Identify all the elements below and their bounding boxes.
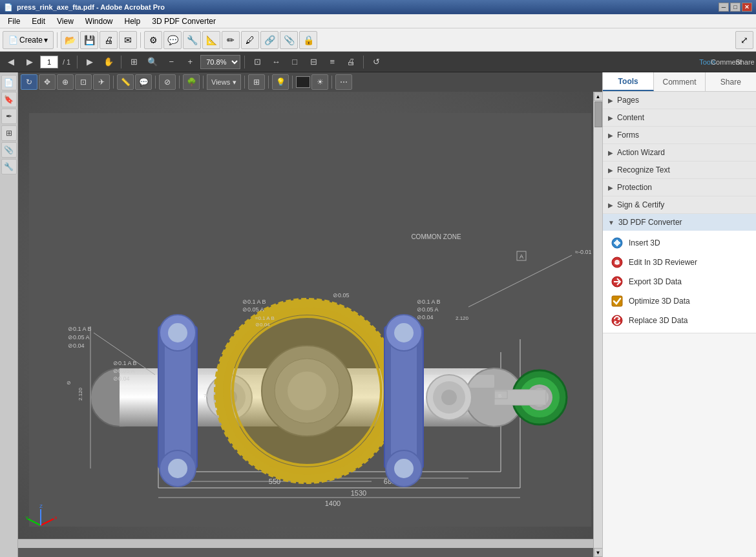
expand-button[interactable]: ⤢ [735,31,753,49]
zoom-in[interactable]: + [182,54,198,70]
replace-3d-item[interactable]: Replace 3D Data [603,311,756,330]
canvas-scrollbar[interactable]: ▲ ▼ [593,92,602,557]
background-color-swatch[interactable] [296,76,310,88]
scroll-up-button[interactable]: ▲ [594,92,603,101]
email-button[interactable]: ✉ [119,31,137,49]
menu-file[interactable]: File [3,16,25,27]
tools-button6[interactable]: 📎 [280,31,298,49]
render-3d-button[interactable]: 💡 [272,74,289,90]
export-3d-item[interactable]: Export 3D Data [603,272,756,291]
svg-line-75 [41,519,54,525]
fit-width-button[interactable]: ↔ [268,54,284,70]
svg-text:⊘0.05 A: ⊘0.05 A [68,334,90,341]
light-3d-button[interactable]: ☀ [311,74,328,90]
layers-icon[interactable]: ⊞ [1,125,17,141]
menu-help[interactable]: Help [120,16,146,27]
menu-edit[interactable]: Edit [26,16,50,27]
share-tab-panel[interactable]: Share [706,72,756,91]
canvas-area[interactable]: ↻ ✥ ⊕ ⊡ ✈ 📏 💬 ⊘ 🌳 Views ▾ ⊞ 💡 ☀ [18,72,602,557]
sign-certify-section-header[interactable]: ▶ Sign & Certify [603,196,756,213]
tools-tab-panel[interactable]: Tools [603,72,654,91]
recognize-text-section-header[interactable]: ▶ Recognize Text [603,162,756,178]
menu-bar: File Edit View Window Help 3D PDF Conver… [0,14,756,28]
zoom-dynamic[interactable]: 🔍 [144,54,161,70]
fit-page-button[interactable]: ⊡ [249,54,266,70]
tools-button5[interactable]: 🔗 [260,31,278,49]
forms-section-header[interactable]: ▶ Forms [603,127,756,143]
optimize-3d-item[interactable]: Optimize 3D Data [603,291,756,311]
tools-side-icon[interactable]: 🔧 [1,159,17,174]
zoom-marquee[interactable]: ⊞ [125,54,142,70]
attachments-icon[interactable]: 📎 [1,142,17,158]
settings-button[interactable]: ⚙ [144,31,162,49]
more-3d-button[interactable]: ⋯ [335,74,352,90]
scroll-down-button[interactable]: ▼ [594,548,603,557]
close-button[interactable]: ✕ [742,3,752,12]
action-wizard-section-header[interactable]: ▶ Action Wizard [603,144,756,161]
comment-tab[interactable]: Comment [718,54,735,70]
section-3d-button[interactable]: ⊘ [159,74,176,90]
menu-3dpdf[interactable]: 3D PDF Converter [147,16,221,27]
tools-button1[interactable]: 🔧 [183,31,201,49]
canvas-status-bar [18,539,602,548]
svg-text:⊘0.1 A B: ⊘0.1 A B [242,299,266,305]
bookmarks-icon[interactable]: 🔖 [1,92,17,107]
share-tab[interactable]: Share [737,54,753,70]
zoom-3d-button[interactable]: ⊕ [57,74,74,90]
3d-view[interactable]: 1400 1530 550 680 COMMON ZONE [18,92,602,548]
menu-view[interactable]: View [52,16,79,27]
refresh-button[interactable]: ↺ [368,54,384,70]
menu-window[interactable]: Window [80,16,118,27]
open-button[interactable]: 📂 [61,31,79,49]
print-nav-button[interactable]: 🖨 [342,54,359,70]
create-button[interactable]: 📄 Create ▾ [3,31,54,49]
replace-3d-icon [611,314,624,327]
page-number-input[interactable] [40,56,58,68]
two-page-button[interactable]: ⊟ [305,54,322,70]
svg-point-40 [394,459,414,478]
scroll-thumb[interactable] [594,101,602,127]
fly-3d-button[interactable]: ✈ [93,74,110,90]
minimize-button[interactable]: ─ [719,3,729,12]
maximize-button[interactable]: □ [730,3,740,12]
nav-back-button[interactable]: ◀ [3,54,19,70]
parts-3d-button[interactable]: ⊞ [248,74,265,90]
rotate-3d-button[interactable]: ↻ [21,74,37,90]
views-dropdown[interactable]: Views ▾ [207,74,241,90]
signatures-icon[interactable]: ✒ [1,109,17,124]
continuous-button[interactable]: ≡ [324,54,341,70]
hand-tool[interactable]: ✋ [100,54,117,70]
zoom-out[interactable]: − [163,54,180,70]
window-title: press_rink_axe_fta.pdf - Adobe Acrobat P… [17,3,165,11]
measure-3d-button[interactable]: 📏 [117,74,134,90]
print-button[interactable]: 🖨 [100,31,118,49]
protection-section-header[interactable]: ▶ Protection [603,179,756,196]
select-tool[interactable]: ▶ [81,54,98,70]
tools-button7[interactable]: 🔒 [299,31,317,49]
3d-pdf-converter-section-header[interactable]: ▼ 3D PDF Converter [603,214,756,231]
svg-text:Y: Y [25,515,29,521]
single-page-button[interactable]: □ [286,54,303,70]
content-section-header[interactable]: ▶ Content [603,109,756,126]
model-tree-button[interactable]: 🌳 [183,74,200,90]
tools-button4[interactable]: 🖊 [241,31,259,49]
page-thumbnails-icon[interactable]: 📄 [1,75,17,90]
pan-3d-button[interactable]: ✥ [39,74,56,90]
nav-forward-button[interactable]: ▶ [21,54,38,70]
tools-button2[interactable]: 📐 [202,31,220,49]
zoom-select[interactable]: 70.8% 50% 75% 100% 150% [200,55,240,69]
pages-section-header[interactable]: ▶ Pages [603,92,756,109]
comment-tab-panel[interactable]: Comment [654,72,705,91]
edit-3d-reviewer-item[interactable]: Edit In 3D Reviewer [603,253,756,272]
save-button[interactable]: 💾 [80,31,98,49]
content-label: Content [617,113,644,122]
fit-3d-button[interactable]: ⊡ [75,74,92,90]
insert-3d-item[interactable]: Insert 3D [603,233,756,253]
comment-button[interactable]: 💬 [163,31,182,49]
scroll-track[interactable] [594,101,603,548]
comment-3d-button[interactable]: 💬 [135,74,152,90]
edit-3d-icon [611,256,624,269]
svg-point-43 [441,390,457,405]
tools-button3[interactable]: ✏ [222,31,240,49]
content-section: ▶ Content [603,109,756,127]
